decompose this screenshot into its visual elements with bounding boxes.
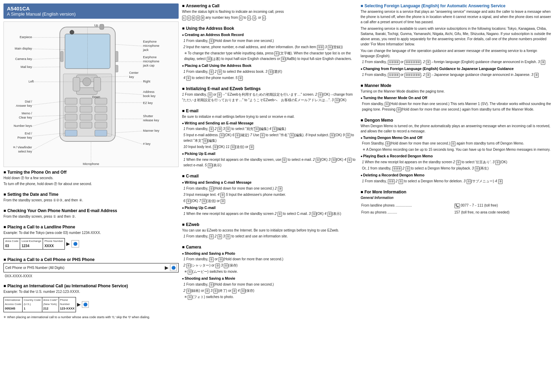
general-info-label: General Information	[360, 195, 552, 200]
svg-text:Power key: Power key	[17, 136, 32, 139]
section-more-info: For More Information General Information…	[360, 190, 552, 216]
svg-rect-13	[80, 106, 92, 112]
svg-rect-22	[95, 130, 107, 136]
svg-text:# key: # key	[143, 142, 151, 146]
shooting-movie-title: Shooting and Saving a Movie	[182, 276, 357, 281]
svg-text:Number keys: Number keys	[14, 124, 32, 128]
address-book-title: Using the Address Book	[182, 26, 357, 31]
section-dengon-memo: Dengon Memo When Dengon Memo is turned o…	[360, 118, 552, 185]
svg-text:jack cap: jack cap	[143, 64, 154, 67]
section-camera: Camera Shooting and Saving a Photo 1 Fro…	[182, 245, 357, 301]
section-foreign-language: Selecting Foreign Language (English) for…	[360, 3, 552, 78]
section-turning-on-off: Turning the Phone On and Off Hold down ⓟ…	[3, 170, 179, 187]
manner-mode-title: Manner Mode	[360, 83, 552, 88]
svg-text:book key: book key	[143, 94, 156, 98]
cmail-title: C-mail	[182, 174, 357, 178]
svg-rect-25	[60, 51, 63, 62]
changing-guidance-title: Changing from Foreign Language (English)…	[360, 66, 552, 72]
svg-rect-19	[80, 122, 92, 128]
writing-email-title: Writing and Sending an E-mail Message	[182, 121, 357, 126]
svg-rect-14	[95, 106, 107, 112]
intl-table: InternationalAccess Code 005345 Country …	[3, 297, 76, 312]
svg-line-50	[32, 58, 60, 59]
date-time-title: Setting the Date and Time	[3, 192, 179, 197]
svg-rect-17	[95, 114, 107, 120]
dial-arrow: ▶	[66, 240, 70, 247]
svg-text:Center: Center	[129, 71, 138, 75]
foreign-language-title: Selecting Foreign Language (English) for…	[360, 3, 552, 8]
landline-table: Area Code 03 Local Exchange 1234 Phone N…	[3, 237, 179, 251]
svg-rect-11	[95, 98, 107, 104]
svg-text:Main display: Main display	[15, 47, 32, 50]
turning-on-off-title: Turning the Phone On and Off	[3, 170, 179, 175]
header-box: A5401CA A Simple Manual (English version…	[3, 3, 179, 19]
svg-text:EZ key: EZ key	[143, 101, 153, 105]
section-email: E-mail Be sure to initialize e-mail sett…	[182, 108, 357, 169]
svg-text:Answer key: Answer key	[16, 104, 32, 107]
table-row: From au phones .......... 157 (toll free…	[361, 209, 551, 215]
svg-text:key: key	[129, 75, 134, 79]
svg-line-57	[32, 67, 60, 67]
phone-diagram: Up Right Left Center key Down Earpiece	[3, 21, 179, 167]
section-manner-mode: Manner Mode Turning on the Manner Mode d…	[360, 83, 552, 113]
date-time-body: From the standby screen, press ①②③, and …	[3, 198, 179, 203]
svg-text:Up: Up	[94, 24, 99, 27]
picking-email-title: Picking Up E-mail	[182, 151, 357, 157]
svg-text:microphone: microphone	[143, 60, 159, 63]
initializing-email-title: Initializing E-mail and EZweb Settings	[182, 86, 357, 91]
svg-text:Dial /: Dial /	[25, 100, 32, 103]
shooting-photo-title: Shooting and Saving a Photo	[182, 251, 357, 256]
svg-text:✳/ Viewfinder: ✳/ Viewfinder	[13, 146, 32, 149]
email-title: E-mail	[182, 108, 357, 113]
section-international: Placing an International Call (au Intern…	[3, 284, 179, 320]
svg-rect-18	[65, 122, 77, 128]
section-answering: Answering a Call When the status light i…	[182, 3, 357, 21]
turning-on-off-body: Hold down ⓟ for a few seconds. To turn o…	[3, 175, 179, 186]
section-cmail: C-mail Writing and Sending a C-mail Mess…	[182, 174, 357, 217]
svg-text:Address: Address	[143, 90, 155, 94]
svg-rect-24	[115, 65, 118, 72]
svg-text:Left: Left	[28, 80, 34, 83]
svg-text:Memo /: Memo /	[22, 112, 32, 115]
svg-point-8	[83, 78, 91, 86]
playing-dengon-title: Playing Back a Recorded Dengon Memo	[360, 154, 552, 159]
creating-record-title: Creating an Address Book Record	[182, 32, 357, 38]
svg-text:Earphone: Earphone	[143, 40, 156, 43]
placing-call-address-book-title: Placing a Call Using the Address Book	[182, 63, 357, 69]
svg-rect-23	[115, 51, 118, 62]
svg-text:Manner key: Manner key	[143, 129, 160, 132]
header-title2: A Simple Manual (English version)	[7, 11, 175, 17]
svg-text:End /: End /	[25, 132, 32, 135]
camera-title: Camera	[182, 245, 357, 250]
section-ezweb: EZweb You can use au EZweb to access the…	[182, 222, 357, 240]
svg-point-2	[70, 30, 74, 34]
checking-number-title: Checking Your Own Phone Number and E-mai…	[3, 208, 179, 213]
svg-rect-20	[95, 122, 107, 128]
svg-text:Earphone: Earphone	[143, 55, 156, 59]
svg-line-44	[115, 44, 142, 46]
section-cell-call: Placing a Call to a Cell Phone or PHS Ph…	[3, 257, 179, 279]
table-row: From landline phones ................. 📞…	[361, 202, 551, 209]
svg-line-73	[115, 131, 142, 133]
answering-title: Answering a Call	[182, 3, 357, 8]
more-info-title: For More Information	[360, 190, 552, 194]
info-table: From landline phones ................. 📞…	[360, 202, 552, 216]
ezweb-title: EZweb	[182, 222, 357, 227]
section-initializing-email: Initializing E-mail and EZweb Settings 1…	[182, 86, 357, 104]
writing-cmail-title: Writing and Sending a C-mail Message	[182, 180, 357, 185]
header-title1: A5401CA	[7, 6, 175, 11]
svg-rect-16	[80, 114, 92, 120]
intl-note: ✳ When placing an international call to …	[3, 315, 179, 320]
cell-table: Cell Phone or PHS Number (All Digits) ▶ …	[3, 263, 179, 272]
svg-text:jack: jack	[143, 48, 149, 52]
svg-rect-7	[94, 77, 101, 91]
svg-text:Microphone: Microphone	[83, 162, 99, 166]
international-title: Placing an International Call (au Intern…	[3, 284, 179, 288]
deleting-dengon-title: Deleting a Recorded Dengon Memo	[360, 173, 552, 178]
svg-text:Down: Down	[92, 95, 100, 99]
svg-text:release key: release key	[143, 119, 159, 122]
picking-cmail-title: Picking Up C-mail	[182, 205, 357, 211]
svg-text:Clear key: Clear key	[19, 116, 32, 119]
svg-text:Earpiece: Earpiece	[20, 35, 32, 39]
svg-text:Mail key: Mail key	[20, 65, 32, 69]
